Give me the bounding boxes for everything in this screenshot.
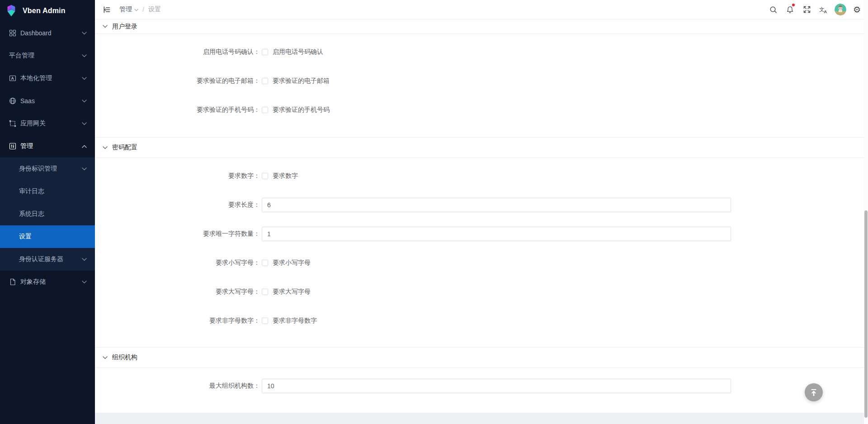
section-title: 用户登录 <box>112 23 137 31</box>
chevron-down-icon <box>82 100 87 103</box>
chevron-down-icon <box>103 25 108 28</box>
chevron-down-icon <box>103 146 108 149</box>
checkbox-require-verified-phone[interactable] <box>262 107 268 113</box>
sidebar-item-dashboard[interactable]: Dashboard <box>0 22 95 44</box>
sidebar-item-label: 对象存储 <box>20 278 46 286</box>
sidebar-item-platform-management[interactable]: 平台管理 <box>0 44 95 67</box>
checkbox-require-uppercase[interactable] <box>262 289 268 295</box>
form-control: 要求小写字母 <box>262 259 311 267</box>
section-header-organization[interactable]: 组织机构 <box>95 347 868 368</box>
sidebar-item-label: 设置 <box>19 233 32 241</box>
scrollbar-thumb[interactable] <box>864 210 868 418</box>
form-label: 要求验证的电子邮箱： <box>95 77 260 85</box>
localization-icon <box>9 75 16 82</box>
checkbox-label: 要求验证的手机号码 <box>273 106 330 114</box>
sidebar-item-label: 管理 <box>20 142 33 150</box>
form-control <box>262 379 731 393</box>
form-control: 要求非字母数字 <box>262 317 317 325</box>
sidebar-item-label: 平台管理 <box>9 52 34 60</box>
form-label: 启用电话号码确认： <box>95 48 260 56</box>
checkbox-label: 要求验证的电子邮箱 <box>273 77 330 85</box>
breadcrumb-separator: / <box>142 6 144 13</box>
input-required-unique-chars[interactable] <box>262 227 731 241</box>
form-label: 要求唯一字符数量： <box>95 230 260 238</box>
sidebar-item-localization-management[interactable]: 本地化管理 <box>0 67 95 90</box>
form-row-require-lowercase: 要求小写字母：要求小写字母 <box>95 256 868 270</box>
form-row-required-length: 要求长度： <box>95 198 868 212</box>
checkbox-label: 要求小写字母 <box>273 259 311 267</box>
sidebar-item-saas[interactable]: Saas <box>0 90 95 112</box>
storage-icon <box>9 278 16 286</box>
section-body-user-login: 启用电话号码确认：启用电话号码确认要求验证的电子邮箱：要求验证的电子邮箱要求验证… <box>95 34 868 137</box>
form-label: 要求长度： <box>95 201 260 209</box>
chevron-down-icon <box>134 9 138 11</box>
sidebar-item-label: 身份标识管理 <box>19 165 57 173</box>
checkbox-require-verified-email[interactable] <box>262 78 268 84</box>
section-header-password-config[interactable]: 密码配置 <box>95 137 868 158</box>
dashboard-icon <box>9 29 16 37</box>
checkbox-require-lowercase[interactable] <box>262 260 268 266</box>
form-label: 要求数字： <box>95 172 260 180</box>
menu-fold-icon[interactable] <box>101 4 112 15</box>
checkbox-enable-phone-confirmation[interactable] <box>262 49 268 55</box>
sidebar-item-audit-logs[interactable]: 审计日志 <box>0 180 95 203</box>
settings-form: 用户登录启用电话号码确认：启用电话号码确认要求验证的电子邮箱：要求验证的电子邮箱… <box>95 19 868 413</box>
sidebar-item-management[interactable]: 管理 <box>0 135 95 157</box>
chevron-down-icon <box>82 77 87 80</box>
saas-icon <box>9 97 16 105</box>
checkbox-label: 启用电话号码确认 <box>273 48 323 56</box>
fullscreen-icon[interactable] <box>798 0 815 19</box>
input-max-organizations[interactable] <box>262 379 731 393</box>
logo-icon <box>5 4 18 18</box>
form-row-max-organizations: 最大组织机构数： <box>95 379 868 393</box>
header-actions: 文 A ⚙ <box>765 0 865 19</box>
form-row-require-uppercase: 要求大写字母：要求大写字母 <box>95 285 868 299</box>
chevron-down-icon <box>82 281 87 284</box>
sidebar-item-object-storage[interactable]: 对象存储 <box>0 271 95 293</box>
form-label: 要求大写字母： <box>95 288 260 296</box>
sidebar-item-app-gateway[interactable]: 应用网关 <box>0 112 95 135</box>
form-control: 要求验证的电子邮箱 <box>262 77 330 85</box>
section-header-user-login[interactable]: 用户登录 <box>95 19 868 34</box>
breadcrumb: 管理 / 设置 <box>119 5 161 14</box>
checkbox-label: 要求非字母数字 <box>273 317 317 325</box>
form-row-require-verified-email: 要求验证的电子邮箱：要求验证的电子邮箱 <box>95 74 868 88</box>
input-required-length[interactable] <box>262 198 731 212</box>
notification-badge <box>792 4 795 6</box>
sidebar-item-auth-server[interactable]: 身份认证服务器 <box>0 248 95 271</box>
form-row-required-unique-chars: 要求唯一字符数量： <box>95 227 868 241</box>
form-control: 要求大写字母 <box>262 288 311 296</box>
user-avatar[interactable] <box>832 0 849 19</box>
bell-icon[interactable] <box>782 0 798 19</box>
breadcrumb-item-management[interactable]: 管理 <box>119 5 138 14</box>
sidebar-item-system-logs[interactable]: 系统日志 <box>0 203 95 225</box>
sidebar-item-label: 应用网关 <box>20 119 46 128</box>
logo-text: Vben Admin <box>23 7 66 15</box>
form-label: 最大组织机构数： <box>95 382 260 390</box>
form-row-require-digit: 要求数字：要求数字 <box>95 169 868 183</box>
section-body-password-config: 要求数字：要求数字要求长度：要求唯一字符数量：要求小写字母：要求小写字母要求大写… <box>95 158 868 347</box>
checkbox-label: 要求数字 <box>273 172 298 180</box>
chevron-down-icon <box>82 258 87 261</box>
search-icon[interactable] <box>765 0 782 19</box>
logo[interactable]: Vben Admin <box>0 0 95 22</box>
checkbox-require-digit[interactable] <box>262 173 268 179</box>
sidebar-item-settings[interactable]: 设置 <box>0 225 95 248</box>
checkbox-require-non-alphanumeric[interactable] <box>262 318 268 324</box>
form-row-require-verified-phone: 要求验证的手机号码：要求验证的手机号码 <box>95 103 868 117</box>
sidebar-item-identity-management[interactable]: 身份标识管理 <box>0 157 95 180</box>
sidebar: Vben Admin Dashboard平台管理本地化管理Saas应用网关管理身… <box>0 0 95 424</box>
gateway-icon <box>9 120 16 127</box>
sidebar-item-label: 审计日志 <box>19 187 44 195</box>
gear-icon[interactable]: ⚙ <box>849 0 865 19</box>
chevron-down-icon <box>82 167 87 171</box>
sidebar-item-label: 身份认证服务器 <box>19 255 63 263</box>
form-control <box>262 227 731 241</box>
translate-icon[interactable]: 文 A <box>815 0 832 19</box>
avatar <box>835 4 846 15</box>
scrollbar-track <box>864 0 868 424</box>
sidebar-menu: Dashboard平台管理本地化管理Saas应用网关管理身份标识管理审计日志系统… <box>0 22 95 293</box>
header: 管理 / 设置 文 <box>95 0 868 19</box>
back-to-top-button[interactable] <box>805 383 823 401</box>
sidebar-item-label: Dashboard <box>20 29 52 37</box>
